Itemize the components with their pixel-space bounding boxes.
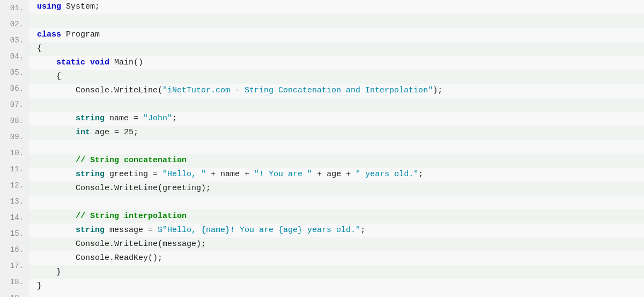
line-num-4: 04. xyxy=(0,48,28,64)
code-text-3: class Program xyxy=(37,28,100,42)
code-line-11 xyxy=(28,140,644,154)
line-numbers: 01. 02. 03. 04. 05. 06. 07. 08. 09. 10. … xyxy=(0,0,28,297)
code-line-13: string greeting = "Hello, " + name + "! … xyxy=(28,168,644,182)
code-text-19: Console.ReadKey(); xyxy=(37,251,162,265)
line-num-15: 15. xyxy=(0,226,28,242)
code-line-18: Console.WriteLine(message); xyxy=(28,237,644,251)
line-num-19: 19. xyxy=(0,290,28,297)
code-text-1: using System; xyxy=(37,0,100,14)
code-line-4: { xyxy=(28,42,644,56)
line-num-9: 09. xyxy=(0,129,28,145)
code-line-3: class Program xyxy=(28,28,644,42)
line-num-16: 16. xyxy=(0,242,28,258)
line-num-3: 03. xyxy=(0,32,28,48)
code-editor: 01. 02. 03. 04. 05. 06. 07. 08. 09. 10. … xyxy=(0,0,644,297)
code-text-8 xyxy=(37,98,42,112)
code-text-2 xyxy=(37,14,42,28)
line-num-8: 08. xyxy=(0,113,28,129)
code-line-1: using System; xyxy=(28,0,644,14)
line-num-7: 07. xyxy=(0,97,28,113)
line-num-13: 13. xyxy=(0,193,28,209)
code-text-17: string message = $"Hello, {name}! You ar… xyxy=(37,223,365,237)
code-line-8 xyxy=(28,98,644,112)
code-line-17: string message = $"Hello, {name}! You ar… xyxy=(28,223,644,237)
code-text-15 xyxy=(37,195,42,209)
code-line-7: Console.WriteLine("iNetTutor.com - Strin… xyxy=(28,84,644,98)
code-line-6: { xyxy=(28,70,644,84)
code-line-2 xyxy=(28,14,644,28)
code-text-12: // String concatenation xyxy=(37,154,187,168)
code-line-12: // String concatenation xyxy=(28,154,644,168)
code-text-16: // String interpolation xyxy=(37,209,187,223)
line-num-14: 14. xyxy=(0,209,28,226)
line-num-5: 05. xyxy=(0,64,28,81)
code-text-5: static void Main() xyxy=(37,56,143,70)
code-line-20: } xyxy=(28,265,644,279)
code-text-20: } xyxy=(37,265,61,279)
line-num-6: 06. xyxy=(0,81,28,97)
code-line-21: } xyxy=(28,279,644,293)
line-num-11: 11. xyxy=(0,161,28,177)
code-text-14: Console.WriteLine(greeting); xyxy=(37,182,211,195)
code-text-13: string greeting = "Hello, " + name + "! … xyxy=(37,168,423,182)
code-content: using System; class Program { static voi… xyxy=(28,0,644,297)
code-line-9: string name = "John"; xyxy=(28,112,644,126)
code-text-6: { xyxy=(37,70,61,84)
code-line-10: int age = 25; xyxy=(28,126,644,140)
code-text-18: Console.WriteLine(message); xyxy=(37,237,206,251)
code-text-4: { xyxy=(37,42,42,56)
line-num-2: 02. xyxy=(0,16,28,32)
line-num-18: 18. xyxy=(0,274,28,290)
line-num-17: 17. xyxy=(0,258,28,274)
code-text-21: } xyxy=(37,279,42,293)
code-line-5: static void Main() xyxy=(28,56,644,70)
code-line-14: Console.WriteLine(greeting); xyxy=(28,182,644,195)
code-text-11 xyxy=(37,140,42,154)
line-num-10: 10. xyxy=(0,145,28,161)
code-text-10: int age = 25; xyxy=(37,126,138,140)
code-line-19: Console.ReadKey(); xyxy=(28,251,644,265)
code-line-16: // String interpolation xyxy=(28,209,644,223)
code-text-7: Console.WriteLine("iNetTutor.com - Strin… xyxy=(37,84,442,98)
code-line-15 xyxy=(28,195,644,209)
code-text-9: string name = "John"; xyxy=(37,112,177,126)
line-num-12: 12. xyxy=(0,177,28,193)
line-num-1: 01. xyxy=(0,0,28,16)
